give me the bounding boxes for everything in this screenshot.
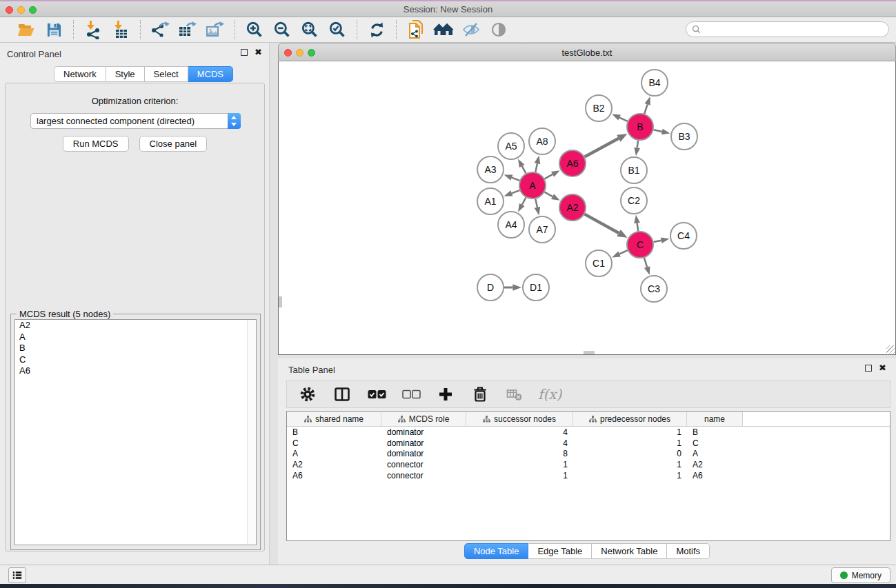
graph-node-D1[interactable]: D1 [523,274,549,301]
graph-node-C1[interactable]: C1 [586,250,612,276]
graph-node-A1[interactable]: A1 [477,188,504,214]
open-folder-icon[interactable] [15,19,37,40]
edge-A-A6[interactable] [545,174,553,179]
table-cell[interactable]: connector [381,460,466,469]
table-row[interactable]: Cdominator41C [287,438,890,449]
mcds-result-item[interactable]: A [15,332,256,343]
table-cell[interactable]: 1 [573,471,687,480]
table-cell[interactable]: C [687,438,743,448]
table-cell[interactable]: 4 [466,427,573,437]
table-cell[interactable]: 1 [466,471,573,480]
edge-A-A8[interactable] [535,163,537,172]
graph-node-B1[interactable]: B1 [621,157,647,183]
search-field[interactable] [686,21,889,37]
memory-button[interactable]: Memory [831,567,890,583]
graph-node-B2[interactable]: B2 [586,95,612,121]
import-network-icon[interactable] [82,19,104,40]
search-input[interactable] [701,25,873,34]
graph-node-A[interactable]: A [519,172,546,199]
tab-network-table[interactable]: Network Table [592,543,667,559]
float-table-panel-icon[interactable] [865,365,872,372]
table-cell[interactable]: dominator [381,427,466,437]
edge-A-A4[interactable] [522,198,526,205]
table-cell[interactable]: A2 [687,460,743,469]
table-cell[interactable]: B [687,427,743,437]
graph-node-A7[interactable]: A7 [529,216,555,243]
tab-motifs[interactable]: Motifs [667,543,710,559]
table-cell[interactable]: B [287,427,381,437]
task-history-button[interactable] [8,567,26,583]
table-cell[interactable]: A6 [687,471,743,480]
table-row[interactable]: A2connector11A2 [287,459,890,470]
column-header-successor-nodes[interactable]: successor nodes [466,412,573,426]
table-cell[interactable]: A2 [287,460,381,469]
table-cell[interactable]: A6 [287,471,381,480]
horizontal-scroll-indicator[interactable] [584,351,595,354]
table-cell[interactable]: 1 [466,460,573,469]
edge-A-A3[interactable] [512,178,519,181]
table-cell[interactable]: 0 [573,449,687,458]
table-cell[interactable]: 1 [573,438,687,448]
close-table-panel-icon[interactable]: ✖ [879,365,886,372]
vertical-scroll-indicator[interactable] [279,296,282,307]
close-panel-button[interactable]: Close panel [139,136,208,152]
zoom-in-icon[interactable] [243,19,266,40]
mcds-result-item[interactable]: C [15,354,256,366]
show-column-icon[interactable] [331,384,353,405]
node-table[interactable]: shared nameMCDS rolesuccessor nodesprede… [286,411,890,541]
scrollbar-track[interactable] [247,320,256,545]
graph-node-B[interactable]: B [627,114,653,140]
graph-node-B3[interactable]: B3 [671,123,697,150]
graph-node-C2[interactable]: C2 [621,187,647,214]
table-cell[interactable]: dominator [381,449,466,458]
graph-node-A5[interactable]: A5 [498,133,524,159]
graph-node-A4[interactable]: A4 [498,212,524,238]
optimization-criterion-select[interactable]: largest connected component (directed) [30,113,241,129]
column-header-shared-name[interactable]: shared name [287,412,381,426]
edge-A-A5[interactable] [522,166,526,173]
hide-graphics-details-icon[interactable] [460,19,482,40]
table-row[interactable]: A6connector11A6 [287,470,890,481]
import-table-icon[interactable] [110,19,132,40]
apply-layout-icon[interactable] [366,19,388,40]
column-header-predecessor-nodes[interactable]: predecessor nodes [573,412,687,426]
zoom-out-icon[interactable] [271,19,293,40]
graph-node-B4[interactable]: B4 [641,70,668,96]
graph-node-C4[interactable]: C4 [670,223,697,249]
column-header-name[interactable]: name [687,412,743,426]
graph-node-A6[interactable]: A6 [559,150,586,176]
edge-A-A7[interactable] [535,199,537,207]
edge-C-C3[interactable] [644,258,647,267]
create-column-plus-icon[interactable] [435,384,457,405]
run-mcds-button[interactable]: Run MCDS [63,136,129,152]
tab-node-table[interactable]: Node Table [464,543,529,559]
delete-column-trash-icon[interactable] [469,384,491,405]
tab-style[interactable]: Style [106,66,145,82]
save-icon[interactable] [43,19,65,40]
table-row[interactable]: Adominator80A [287,449,890,460]
table-cell[interactable]: 1 [573,427,687,437]
export-image-icon[interactable] [204,19,226,40]
graph-node-A8[interactable]: A8 [529,128,555,154]
mcds-result-item[interactable]: A6 [15,365,256,377]
table-cell[interactable]: dominator [381,438,466,448]
table-cell[interactable]: A [687,449,743,458]
mcds-result-item[interactable]: A2 [15,320,256,332]
export-table-icon[interactable] [177,19,199,40]
table-cell[interactable]: C [287,438,381,448]
home-icon[interactable] [432,19,455,40]
resize-grip-icon[interactable] [886,345,895,354]
graph-node-C[interactable]: C [627,232,653,258]
new-network-from-selection-icon[interactable] [405,19,427,40]
table-cell[interactable]: A [287,449,381,458]
close-panel-icon[interactable]: ✖ [255,49,262,56]
tab-network[interactable]: Network [54,66,106,82]
graph-node-C3[interactable]: C3 [641,276,667,302]
table-cell[interactable]: connector [381,471,466,480]
network-window-titlebar[interactable]: testGlobe.txt [278,43,896,61]
zoom-selected-icon[interactable] [326,19,348,40]
table-row[interactable]: Bdominator41B [287,427,890,438]
graph-node-A3[interactable]: A3 [477,156,504,183]
edge-B-B3[interactable] [654,130,662,132]
tab-select[interactable]: Select [145,66,188,82]
